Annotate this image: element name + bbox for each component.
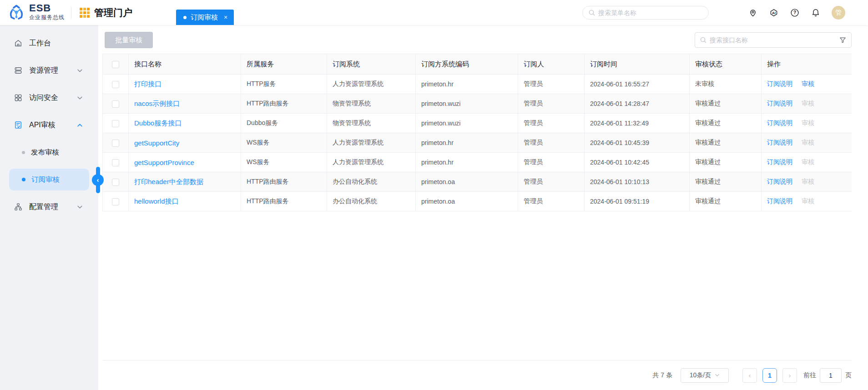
topbar-icons: AI ? 管 bbox=[748, 6, 845, 20]
filter-icon[interactable] bbox=[839, 36, 847, 44]
table-row: helloworld接口HTTP路由服务办公自动化系统primeton.oa管理… bbox=[103, 192, 852, 211]
api-name-link[interactable]: getSupportCity bbox=[134, 139, 179, 147]
menu-search[interactable] bbox=[582, 6, 709, 20]
api-name-link[interactable]: helloworld接口 bbox=[134, 197, 179, 205]
subscription-desc-link[interactable]: 订阅说明 bbox=[767, 100, 792, 107]
sidebar-item-label: 工作台 bbox=[29, 39, 51, 48]
sidebar-item-publish-audit[interactable]: 发布审核 bbox=[9, 141, 89, 163]
portal-switcher[interactable]: 管理门户 bbox=[80, 6, 132, 19]
table-search[interactable] bbox=[695, 32, 852, 48]
page-size-value: 10条/页 bbox=[690, 371, 711, 380]
sidebar-item-label: 资源管理 bbox=[29, 66, 58, 75]
main-content: 批量审核 接口名称所属服务订阅系统订阅方系统编码订阅人订阅时间审核状态操作 打印… bbox=[98, 25, 868, 390]
cell-time: 2024-06-01 11:32:49 bbox=[585, 114, 690, 133]
topbar-right: AI ? 管 bbox=[582, 6, 868, 20]
sidebar-item-label: 访问安全 bbox=[29, 93, 58, 103]
cell-status: 审核通过 bbox=[690, 172, 762, 192]
cell-subscriber: 管理员 bbox=[518, 133, 585, 153]
audit-link: 审核 bbox=[802, 139, 814, 146]
page-number-1[interactable]: 1 bbox=[762, 368, 777, 383]
sidebar-item-label: 发布审核 bbox=[31, 148, 59, 157]
sidebar-item-label: 配置管理 bbox=[29, 202, 58, 212]
app-logo[interactable]: ESB 企业服务总线 bbox=[0, 4, 65, 22]
tab-close-icon[interactable]: × bbox=[224, 14, 227, 20]
column-header: 订阅系统 bbox=[327, 54, 416, 75]
cell-code: primeton.wuzi bbox=[416, 114, 518, 133]
chevron-down-icon bbox=[77, 68, 83, 74]
column-header: 订阅方系统编码 bbox=[416, 54, 518, 75]
api-name-link[interactable]: 打印接口 bbox=[134, 80, 161, 88]
page-size-select[interactable]: 10条/页 bbox=[681, 368, 729, 383]
cell-code: primeton.hr bbox=[416, 153, 518, 172]
cell-service: Dubbo服务 bbox=[241, 114, 327, 133]
api-name-link[interactable]: nacos示例接口 bbox=[134, 100, 180, 107]
chevron-left-icon[interactable]: ‹ bbox=[92, 174, 104, 186]
cell-subscriber: 管理员 bbox=[518, 114, 585, 133]
subscription-desc-link[interactable]: 订阅说明 bbox=[767, 139, 792, 146]
logo-text: ESB 企业服务总线 bbox=[29, 4, 65, 21]
subscription-desc-link[interactable]: 订阅说明 bbox=[767, 119, 792, 126]
api-name-link[interactable]: getSupportProvince bbox=[134, 159, 194, 166]
cell-subscriber: 管理员 bbox=[518, 192, 585, 211]
location-icon[interactable] bbox=[748, 8, 758, 18]
tab-subscribe-audit[interactable]: 订阅审核 × bbox=[176, 10, 234, 25]
cell-system: 物资管理系统 bbox=[327, 94, 416, 114]
sidebar-item-workbench[interactable]: 工作台 bbox=[9, 32, 89, 54]
row-checkbox[interactable] bbox=[112, 140, 119, 147]
cell-time: 2024-06-01 14:28:47 bbox=[585, 94, 690, 114]
subscription-desc-link[interactable]: 订阅说明 bbox=[767, 197, 792, 205]
cell-status: 审核通过 bbox=[690, 114, 762, 133]
cell-time: 2024-06-01 09:51:19 bbox=[585, 192, 690, 211]
row-checkbox[interactable] bbox=[112, 159, 119, 166]
config-icon bbox=[14, 202, 23, 211]
row-checkbox[interactable] bbox=[112, 100, 119, 108]
row-checkbox[interactable] bbox=[112, 120, 119, 127]
select-all-checkbox[interactable] bbox=[112, 61, 119, 68]
topbar-divider bbox=[71, 7, 71, 19]
sidebar-item-resource-mgmt[interactable]: 资源管理 bbox=[9, 60, 89, 81]
row-checkbox[interactable] bbox=[112, 81, 119, 88]
cell-status: 审核通过 bbox=[690, 133, 762, 153]
table-search-input[interactable] bbox=[710, 36, 836, 44]
next-page-button[interactable]: › bbox=[782, 368, 797, 383]
sidebar-item-access-security[interactable]: 访问安全 bbox=[9, 87, 89, 109]
row-checkbox[interactable] bbox=[112, 179, 119, 186]
cell-code: primeton.hr bbox=[416, 75, 518, 94]
column-header: 所属服务 bbox=[241, 54, 327, 75]
cell-time: 2024-06-01 10:45:39 bbox=[585, 133, 690, 153]
chevron-down-icon bbox=[715, 373, 720, 378]
subscription-desc-link[interactable]: 订阅说明 bbox=[767, 178, 792, 185]
menu-dot-icon bbox=[22, 151, 25, 154]
goto-page-input[interactable] bbox=[820, 368, 842, 383]
ai-icon[interactable]: AI bbox=[769, 8, 779, 18]
sidebar-item-api-audit[interactable]: API审核 bbox=[9, 114, 89, 136]
subscription-desc-link[interactable]: 订阅说明 bbox=[767, 80, 792, 87]
cell-subscriber: 管理员 bbox=[518, 94, 585, 114]
sidebar-item-subscribe-audit[interactable]: 订阅审核 bbox=[9, 169, 89, 190]
cell-status: 审核通过 bbox=[690, 153, 762, 172]
cell-code: primeton.oa bbox=[416, 172, 518, 192]
row-checkbox[interactable] bbox=[112, 198, 119, 205]
cell-code: primeton.wuzi bbox=[416, 94, 518, 114]
sidebar-collapse-handle[interactable]: ‹ bbox=[91, 167, 104, 193]
column-header: 操作 bbox=[762, 54, 852, 75]
table-row: 打印接口HTTP服务人力资源管理系统primeton.hr管理员2024-06-… bbox=[103, 75, 852, 94]
help-icon[interactable]: ? bbox=[790, 8, 800, 18]
tab-active-dot bbox=[183, 16, 187, 19]
cell-time: 2024-06-01 16:55:27 bbox=[585, 75, 690, 94]
audit-link[interactable]: 审核 bbox=[802, 80, 814, 87]
subscription-desc-link[interactable]: 订阅说明 bbox=[767, 158, 792, 165]
menu-search-input[interactable] bbox=[598, 9, 703, 16]
column-header: 审核状态 bbox=[690, 54, 762, 75]
user-avatar[interactable]: 管 bbox=[832, 6, 845, 20]
chevron-down-icon bbox=[77, 95, 83, 101]
cell-service: WS服务 bbox=[241, 153, 327, 172]
api-name-link[interactable]: 打印header中全部数据 bbox=[134, 178, 203, 185]
prev-page-button[interactable]: ‹ bbox=[742, 368, 757, 383]
topbar: ESB 企业服务总线 管理门户 订阅审核 × AI bbox=[0, 0, 868, 25]
logo-title: ESB bbox=[29, 4, 65, 13]
bell-icon[interactable] bbox=[811, 8, 821, 18]
sidebar-item-config-mgmt[interactable]: 配置管理 bbox=[9, 196, 89, 218]
resource-icon bbox=[14, 66, 23, 75]
api-name-link[interactable]: Dubbo服务接口 bbox=[134, 119, 182, 127]
